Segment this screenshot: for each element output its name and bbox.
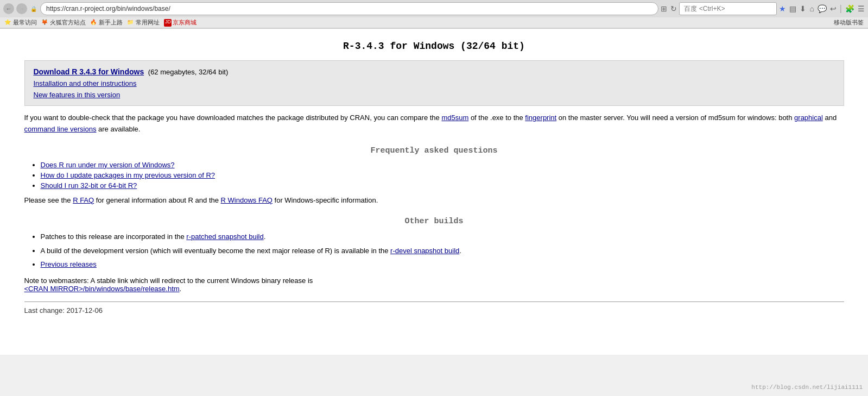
- bookmark-label: 火狐官方站点: [50, 18, 86, 27]
- faq-list: Does R run under my version of Windows? …: [24, 161, 844, 190]
- other-builds-title: Other builds: [24, 217, 844, 226]
- body-text-end: on the master server. You will need a ve…: [556, 114, 794, 122]
- note-period: .: [180, 285, 182, 293]
- jd-icon: JD: [164, 19, 172, 27]
- download-icon[interactable]: ⬇: [800, 4, 806, 13]
- body-final: are available.: [96, 125, 140, 133]
- body-text-middle: of the .exe to the: [468, 114, 525, 122]
- separator: |: [840, 4, 842, 14]
- bookmark-label: 常用网址: [136, 18, 160, 27]
- installation-instructions-link[interactable]: Installation and other instructions: [34, 79, 835, 87]
- browser-toolbar: ← → 🔒 ⊞ ↻ ★ ▤ ⬇ ⌂ 💬 ↩ | 🧩 ☰: [0, 0, 868, 17]
- webmaster-note: Note to webmasters: A stable link which …: [24, 276, 844, 293]
- bookmark-label: 新手上路: [99, 18, 123, 27]
- bookmarks-bar: ⭐ 最常访问 🦊 火狐官方站点 🔥 新手上路 📁 常用网址 JD 京东商城 移动…: [0, 17, 868, 28]
- faq-note-start: Please see the: [24, 196, 73, 204]
- graphical-link[interactable]: graphical: [794, 114, 823, 122]
- lock-icon: 🔒: [30, 6, 37, 12]
- download-box: Download R 3.4.3 for Windows (62 megabyt…: [24, 60, 844, 106]
- refresh-icon[interactable]: ↻: [670, 4, 677, 13]
- build-item-1: Patches to this release are incorporated…: [41, 231, 844, 242]
- r-patched-link[interactable]: r-patched snapshot build: [186, 232, 263, 241]
- mobile-bookmark[interactable]: 移动版书签: [834, 18, 864, 27]
- faq-link-1[interactable]: Does R run under my version of Windows?: [41, 161, 175, 169]
- body-and: and: [823, 114, 837, 122]
- faq-note-end: for Windows-specific information.: [273, 196, 378, 204]
- divider: [24, 301, 844, 302]
- browser-action-icons: ★ ▤ ⬇ ⌂ 💬 ↩ | 🧩 ☰: [779, 4, 865, 14]
- speech-icon[interactable]: 💬: [818, 4, 827, 13]
- build-text-2-after: .: [459, 247, 461, 255]
- bookmark-label: 最常访问: [13, 18, 37, 27]
- bookmark-beginners[interactable]: 🔥 新手上路: [90, 18, 123, 27]
- builds-list: Patches to this release are incorporated…: [24, 231, 844, 270]
- folder-icon: 📁: [127, 19, 135, 27]
- download-link[interactable]: Download R 3.4.3 for Windows: [34, 67, 144, 76]
- reader-icon[interactable]: ▤: [789, 4, 796, 13]
- faq-item-1: Does R run under my version of Windows?: [41, 161, 844, 169]
- body-text-start: If you want to double-check that the pac…: [24, 114, 442, 122]
- star-bookmark-icon: ⭐: [4, 19, 12, 27]
- undo-icon[interactable]: ↩: [830, 4, 837, 13]
- faq-title: Frequently asked questions: [24, 146, 844, 155]
- cran-mirror-link[interactable]: <CRAN MIRROR>/bin/windows/base/release.h…: [24, 285, 180, 293]
- note-text-content: Note to webmasters: A stable link which …: [24, 276, 313, 285]
- home-icon[interactable]: ⌂: [809, 4, 814, 13]
- toolbar-icons: ⊞ ↻: [661, 4, 677, 13]
- build-text-2: A build of the development version (whic…: [41, 247, 391, 255]
- r-windows-faq-link[interactable]: R Windows FAQ: [221, 196, 273, 204]
- new-features-link[interactable]: New features in this version: [34, 91, 835, 99]
- star-icon[interactable]: ★: [779, 4, 786, 13]
- download-primary-line: Download R 3.4.3 for Windows (62 megabyt…: [34, 67, 835, 76]
- bookmark-frequently-visited[interactable]: ⭐ 最常访问: [4, 18, 37, 27]
- faq-note-middle: for general information about R and the: [94, 196, 220, 204]
- search-bar[interactable]: [679, 2, 777, 15]
- page-content: R-3.4.3 for Windows (32/64 bit) Download…: [14, 29, 855, 325]
- faq-item-3: Should I run 32-bit or 64-bit R?: [41, 181, 844, 190]
- qr-icon[interactable]: ⊞: [661, 4, 667, 13]
- build-text-1: Patches to this release are incorporated…: [41, 232, 187, 241]
- r-faq-link[interactable]: R FAQ: [73, 196, 94, 204]
- browser-chrome: ← → 🔒 ⊞ ↻ ★ ▤ ⬇ ⌂ 💬 ↩ | 🧩 ☰ ⭐ 最常访问 🦊 火狐官…: [0, 0, 868, 29]
- back-button[interactable]: ←: [3, 3, 14, 14]
- bookmark-label: 京东商城: [173, 18, 197, 27]
- fire-icon: 🔥: [90, 19, 98, 27]
- faq-link-3[interactable]: Should I run 32-bit or 64-bit R?: [41, 181, 137, 190]
- build-text-1-after: .: [264, 232, 266, 241]
- md5-paragraph: If you want to double-check that the pac…: [24, 112, 844, 135]
- bookmark-firefox[interactable]: 🦊 火狐官方站点: [41, 18, 86, 27]
- fingerprint-link[interactable]: fingerprint: [525, 114, 556, 122]
- page-title: R-3.4.3 for Windows (32/64 bit): [24, 34, 844, 56]
- bookmark-jd[interactable]: JD 京东商城: [164, 18, 197, 27]
- forward-button[interactable]: →: [16, 3, 27, 14]
- last-change: Last change: 2017-12-06: [24, 306, 844, 315]
- previous-releases-link[interactable]: Previous releases: [41, 260, 97, 268]
- command-line-link[interactable]: command line versions: [24, 125, 97, 133]
- puzzle-icon[interactable]: 🧩: [845, 4, 854, 13]
- faq-link-2[interactable]: How do I update packages in my previous …: [41, 171, 216, 179]
- bookmark-common-sites[interactable]: 📁 常用网址: [127, 18, 160, 27]
- address-bar[interactable]: [40, 2, 658, 15]
- firefox-icon: 🦊: [41, 19, 49, 27]
- build-item-2: A build of the development version (whic…: [41, 246, 844, 256]
- build-item-3: Previous releases: [41, 259, 844, 270]
- page-wrapper: R-3.4.3 for Windows (32/64 bit) Download…: [0, 29, 868, 355]
- download-description: (62 megabytes, 32/64 bit): [148, 68, 228, 76]
- faq-note-paragraph: Please see the R FAQ for general informa…: [24, 195, 844, 206]
- menu-icon[interactable]: ☰: [858, 4, 865, 13]
- r-devel-link[interactable]: r-devel snapshot build: [390, 247, 459, 255]
- md5sum-link[interactable]: md5sum: [441, 114, 468, 122]
- faq-item-2: How do I update packages in my previous …: [41, 171, 844, 179]
